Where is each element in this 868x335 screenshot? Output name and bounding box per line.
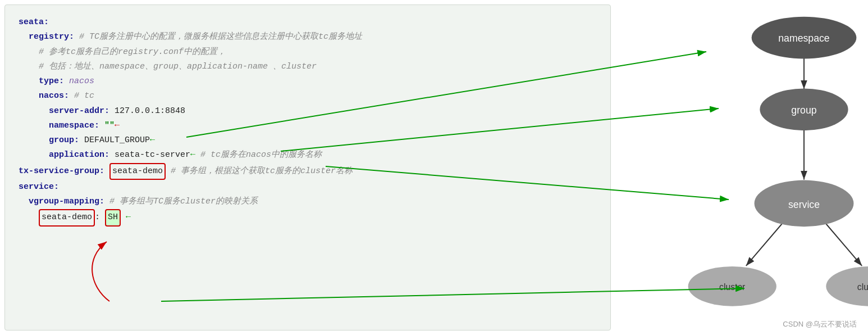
kw-group: group: bbox=[49, 135, 79, 145]
box-sh: SH bbox=[105, 209, 121, 226]
code-line-7: server-addr: 127.0.0.1:8848 bbox=[19, 104, 597, 119]
comment-tc: # tc bbox=[69, 91, 94, 101]
edge-service-cluster2 bbox=[826, 224, 862, 266]
box-seata-demo-tx: seata-demo bbox=[109, 163, 166, 180]
kw-application: application: bbox=[49, 150, 109, 160]
kw-serveraddr: server-addr: bbox=[49, 106, 109, 116]
comment-ref: # 参考tc服务自己的registry.conf中的配置， bbox=[39, 47, 226, 57]
arrow-group: ← bbox=[150, 135, 155, 145]
code-line-4: # 包括：地址、namespace、group、application-name… bbox=[19, 60, 597, 74]
arrow-application: ← bbox=[190, 150, 195, 160]
code-line-8: namespace: ""← bbox=[19, 119, 597, 133]
label-service: service bbox=[788, 199, 820, 210]
code-line-9: group: DEFAULT_GROUP← bbox=[19, 133, 597, 148]
comment-registry: # TC服务注册中心的配置，微服务根据这些信息去注册中心获取tc服务地址 bbox=[74, 32, 362, 42]
watermark: CSDN @乌云不要说话 bbox=[783, 319, 857, 329]
code-line-13: vgroup-mapping: # 事务组与TC服务cluster的映射关系 bbox=[19, 194, 597, 209]
code-line-12: service: bbox=[19, 180, 597, 194]
comment-application: # tc服务在nacos中的服务名称 bbox=[195, 150, 322, 160]
colon-space: : bbox=[95, 212, 105, 222]
val-nacos: nacos bbox=[64, 76, 94, 86]
code-line-6: nacos: # tc bbox=[19, 89, 597, 103]
code-line-1: seata: bbox=[19, 15, 597, 30]
code-line-3: # 参考tc服务自己的registry.conf中的配置， bbox=[19, 45, 597, 60]
kw-vgroupmapping: vgroup-mapping: bbox=[29, 197, 104, 206]
label-cluster2: cluster bbox=[857, 282, 868, 292]
diagram-panel: namespace group service cluster cluster bbox=[611, 0, 868, 335]
val-application: seata-tc-server bbox=[109, 150, 190, 160]
kw-namespace: namespace: bbox=[49, 121, 99, 130]
comment-include: # 包括：地址、namespace、group、application-name… bbox=[39, 62, 317, 71]
arrow-namespace: ← bbox=[115, 121, 120, 130]
val-serveraddr: 127.0.0.1:8848 bbox=[109, 106, 185, 116]
kw-registry: registry: bbox=[29, 32, 74, 42]
edge-service-cluster1 bbox=[746, 224, 782, 266]
code-line-2: registry: # TC服务注册中心的配置，微服务根据这些信息去注册中心获取… bbox=[19, 30, 597, 44]
label-cluster1: cluster bbox=[719, 282, 745, 292]
kw-txservicegroup: tx-service-group: bbox=[19, 166, 104, 176]
code-line-5: type: nacos bbox=[19, 74, 597, 89]
kw-service: service: bbox=[19, 182, 59, 192]
main-container: seata: registry: # TC服务注册中心的配置，微服务根据这些信息… bbox=[0, 0, 868, 335]
val-namespace: "" bbox=[99, 121, 115, 130]
val-group: DEFAULT_GROUP bbox=[79, 135, 150, 145]
watermark-text: CSDN @乌云不要说话 bbox=[783, 320, 857, 328]
code-line-10: application: seata-tc-server← # tc服务在nac… bbox=[19, 148, 597, 162]
kw-type: type: bbox=[39, 76, 64, 86]
arrow-sh: ← bbox=[121, 212, 131, 222]
code-panel: seata: registry: # TC服务注册中心的配置，微服务根据这些信息… bbox=[4, 4, 611, 331]
comment-txgroup: # 事务组，根据这个获取tc服务的cluster名称 bbox=[166, 166, 353, 176]
label-namespace: namespace bbox=[778, 33, 830, 44]
comment-vgroup: # 事务组与TC服务cluster的映射关系 bbox=[104, 197, 258, 206]
kw-seata: seata: bbox=[19, 17, 49, 27]
code-line-11: tx-service-group: seata-demo # 事务组，根据这个获… bbox=[19, 163, 597, 180]
diagram-svg: namespace group service cluster cluster bbox=[611, 0, 868, 335]
box-seata-demo-key: seata-demo bbox=[39, 209, 95, 226]
label-group: group bbox=[791, 105, 816, 116]
code-line-14: seata-demo: SH ← bbox=[19, 209, 597, 226]
kw-nacos: nacos: bbox=[39, 91, 69, 101]
